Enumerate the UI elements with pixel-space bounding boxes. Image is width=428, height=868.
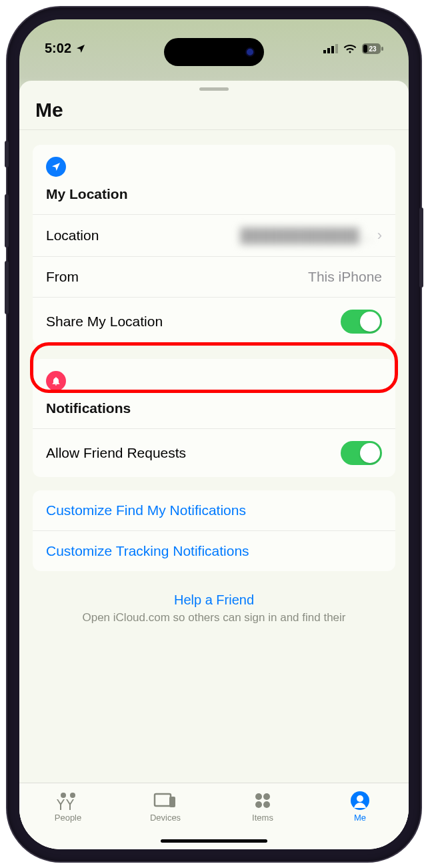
my-location-title: My Location — [46, 186, 382, 202]
volume-up-button — [5, 194, 9, 248]
help-a-friend-subtitle: Open iCloud.com so others can sign in an… — [82, 611, 345, 624]
screen: 5:02 23 Me — [19, 19, 409, 849]
dynamic-island — [164, 38, 264, 66]
svg-point-13 — [263, 793, 270, 800]
svg-point-8 — [61, 793, 66, 798]
location-arrow-icon — [46, 157, 66, 177]
customize-tracking-row[interactable]: Customize Tracking Notifications — [33, 530, 395, 571]
svg-rect-2 — [331, 46, 334, 53]
share-my-location-toggle[interactable] — [341, 310, 382, 334]
side-button — [5, 141, 9, 167]
svg-text:23: 23 — [369, 45, 377, 53]
devices-icon — [153, 791, 177, 810]
status-time: 5:02 — [45, 41, 71, 56]
battery-icon: 23 — [362, 43, 383, 54]
tab-items[interactable]: Items — [214, 791, 311, 823]
page-title: Me — [35, 99, 393, 121]
chevron-right-icon: › — [377, 227, 382, 244]
location-value: ████████████… — [240, 228, 373, 244]
from-value: This iPhone — [308, 269, 382, 285]
tab-bar: People Devices Items Me — [19, 783, 409, 849]
camera-dot — [245, 47, 255, 57]
svg-point-15 — [263, 801, 270, 808]
tab-devices[interactable]: Devices — [117, 791, 214, 823]
power-button — [419, 207, 423, 288]
tab-people-label: People — [55, 813, 81, 823]
svg-rect-1 — [327, 48, 330, 53]
svg-point-12 — [255, 793, 262, 800]
volume-down-button — [5, 261, 9, 314]
my-location-card: My Location Location ████████████… › Fro… — [33, 145, 395, 346]
customize-findmy-link: Customize Find My Notifications — [46, 502, 246, 518]
location-row[interactable]: Location ████████████… › — [33, 214, 395, 256]
notification-links-card: Customize Find My Notifications Customiz… — [33, 490, 395, 571]
allow-friend-requests-toggle[interactable] — [341, 441, 382, 465]
tab-me-label: Me — [354, 813, 366, 823]
bell-icon — [46, 371, 66, 391]
tab-people[interactable]: People — [19, 791, 117, 823]
tab-items-label: Items — [252, 813, 273, 823]
location-label: Location — [46, 228, 99, 244]
tab-me[interactable]: Me — [311, 791, 409, 823]
from-label: From — [46, 269, 79, 285]
svg-rect-11 — [169, 797, 175, 807]
svg-point-9 — [70, 793, 75, 798]
customize-tracking-link: Customize Tracking Notifications — [46, 543, 249, 558]
wifi-icon — [343, 44, 357, 53]
phone-frame: 5:02 23 Me — [7, 7, 421, 861]
svg-point-17 — [357, 795, 363, 802]
items-icon — [253, 791, 272, 810]
svg-rect-3 — [335, 44, 338, 53]
svg-rect-5 — [363, 45, 367, 53]
help-a-friend-area: Help a Friend Open iCloud.com so others … — [33, 584, 395, 625]
svg-point-14 — [255, 801, 262, 808]
allow-friend-requests-row: Allow Friend Requests — [33, 428, 395, 477]
people-icon — [56, 791, 80, 810]
notifications-card: Notifications Allow Friend Requests — [33, 359, 395, 477]
content: My Location Location ████████████… › Fro… — [19, 130, 409, 849]
svg-rect-10 — [155, 794, 171, 806]
location-icon — [75, 43, 86, 54]
svg-rect-0 — [323, 50, 326, 53]
sheet-header: Me — [19, 96, 409, 129]
share-my-location-label: Share My Location — [46, 314, 163, 330]
cellular-icon — [323, 44, 338, 53]
share-my-location-row: Share My Location — [33, 297, 395, 346]
person-circle-icon — [351, 791, 369, 810]
tab-devices-label: Devices — [150, 813, 181, 823]
sheet-grabber[interactable] — [199, 87, 229, 91]
from-row[interactable]: From This iPhone — [33, 256, 395, 297]
notifications-title: Notifications — [46, 400, 382, 416]
allow-friend-requests-label: Allow Friend Requests — [46, 445, 186, 461]
me-sheet: Me My Location Location ██████████ — [19, 81, 409, 849]
customize-findmy-row[interactable]: Customize Find My Notifications — [33, 490, 395, 530]
home-indicator[interactable] — [161, 839, 267, 843]
help-a-friend-link[interactable]: Help a Friend — [53, 592, 375, 608]
svg-rect-6 — [381, 47, 383, 51]
